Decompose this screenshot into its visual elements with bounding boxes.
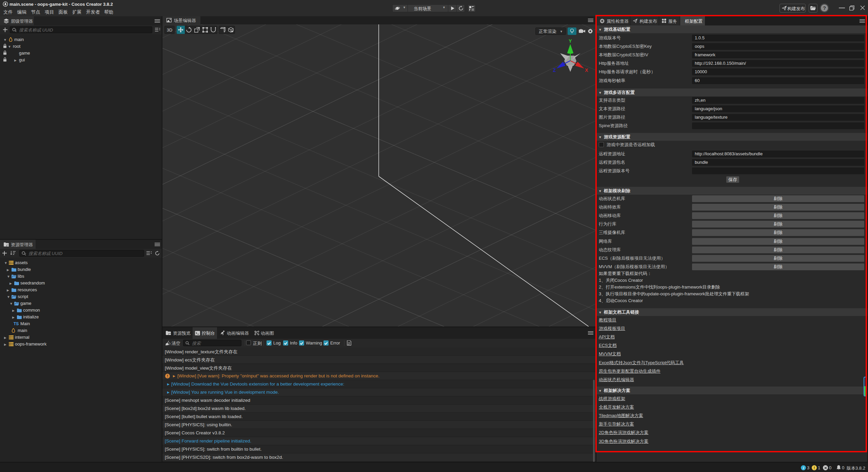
svg-text:Y: Y bbox=[569, 38, 572, 44]
svg-text:X: X bbox=[585, 67, 588, 73]
svg-text:Z: Z bbox=[553, 67, 556, 73]
